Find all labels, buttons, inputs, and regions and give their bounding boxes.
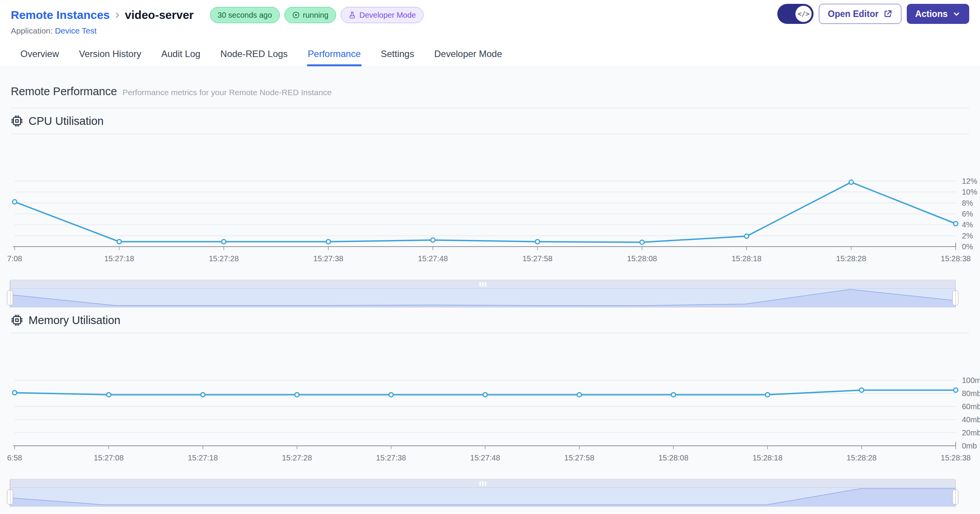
svg-text:40mb: 40mb — [962, 415, 980, 424]
memory-section-label: Memory Utilisation — [29, 314, 121, 327]
svg-text:0%: 0% — [962, 242, 973, 251]
svg-text:80mb: 80mb — [962, 389, 980, 398]
svg-text:15:28:28: 15:28:28 — [836, 254, 866, 263]
divider — [11, 333, 969, 333]
panel-heading: Remote Performance Performance metrics f… — [11, 67, 969, 98]
svg-text:15:27:48: 15:27:48 — [418, 254, 448, 263]
running-label: running — [303, 11, 329, 20]
tab-node-red-logs[interactable]: Node-RED Logs — [220, 45, 289, 66]
tab-settings[interactable]: Settings — [380, 45, 415, 66]
svg-text:7:08: 7:08 — [7, 254, 22, 263]
header-actions: </> Open Editor Actions — [777, 4, 969, 24]
svg-text:15:27:58: 15:27:58 — [523, 254, 553, 263]
svg-text:15:28:08: 15:28:08 — [658, 454, 688, 462]
svg-text:15:27:18: 15:27:18 — [104, 254, 134, 263]
memory-section-title: Memory Utilisation — [11, 314, 969, 327]
breadcrumb-remote-instances[interactable]: Remote Instances — [11, 8, 110, 22]
svg-text:6%: 6% — [962, 210, 973, 218]
memory-slider-right-handle[interactable] — [952, 489, 958, 505]
application-label: Application: — [11, 26, 53, 35]
divider — [11, 108, 969, 108]
drag-grip-icon — [479, 282, 486, 287]
flask-icon — [348, 11, 356, 19]
memory-slider-minichart — [10, 488, 955, 506]
breadcrumb-separator: › — [115, 8, 119, 22]
open-editor-label: Open Editor — [828, 9, 879, 19]
svg-text:20mb: 20mb — [962, 428, 980, 437]
play-circle-icon — [292, 11, 300, 19]
svg-text:15:27:38: 15:27:38 — [376, 454, 406, 462]
page-title: Remote Performance — [11, 85, 117, 98]
last-seen-badge: 30 seconds ago — [210, 7, 280, 23]
cpu-section-label: CPU Utilisation — [29, 115, 104, 128]
svg-text:15:27:18: 15:27:18 — [188, 454, 218, 462]
svg-text:0mb: 0mb — [962, 442, 977, 450]
application-link[interactable]: Device Test — [55, 26, 96, 35]
actions-label: Actions — [915, 9, 948, 19]
svg-text:15:27:58: 15:27:58 — [564, 454, 594, 462]
svg-text:15:28:08: 15:28:08 — [627, 254, 657, 263]
tab-overview[interactable]: Overview — [20, 45, 60, 66]
tab-bar: Overview Version History Audit Log Node-… — [0, 45, 980, 66]
actions-button[interactable]: Actions — [907, 4, 969, 24]
open-editor-button[interactable]: Open Editor — [819, 4, 901, 24]
svg-text:15:28:18: 15:28:18 — [753, 454, 783, 462]
last-seen-label: 30 seconds ago — [218, 11, 272, 20]
breadcrumb-current-instance: video-server — [125, 8, 193, 22]
status-badges: 30 seconds ago running Developer Mode — [210, 7, 424, 23]
svg-text:15:28:38: 15:28:38 — [941, 454, 971, 462]
tab-performance[interactable]: Performance — [307, 45, 361, 66]
tab-developer-mode[interactable]: Developer Mode — [434, 45, 503, 66]
svg-text:15:28:28: 15:28:28 — [847, 454, 877, 462]
external-link-icon — [883, 9, 893, 18]
memory-chart: 6:5815:27:0815:27:1815:27:2815:27:3815:2… — [0, 335, 980, 470]
memory-slider-track[interactable] — [10, 488, 955, 506]
svg-text:100mb: 100mb — [962, 376, 980, 385]
cpu-chip-icon — [11, 314, 23, 326]
cpu-range-slider[interactable] — [10, 280, 956, 307]
svg-text:15:27:38: 15:27:38 — [313, 254, 343, 263]
svg-text:15:28:18: 15:28:18 — [731, 254, 761, 263]
svg-text:2%: 2% — [962, 232, 973, 240]
svg-text:12%: 12% — [962, 177, 977, 185]
cpu-chip-icon — [11, 115, 23, 127]
svg-text:15:28:38: 15:28:38 — [941, 254, 971, 263]
drag-grip-icon — [479, 481, 486, 486]
memory-slider-movebar[interactable] — [10, 479, 955, 488]
page-subtitle: Performance metrics for your Remote Node… — [123, 88, 332, 97]
svg-text:15:27:28: 15:27:28 — [209, 254, 239, 263]
svg-text:60mb: 60mb — [962, 402, 980, 411]
svg-text:4%: 4% — [962, 220, 973, 229]
chevron-down-icon — [952, 10, 961, 18]
tab-version-history[interactable]: Version History — [78, 45, 142, 66]
tab-audit-log[interactable]: Audit Log — [160, 45, 201, 66]
svg-text:15:27:08: 15:27:08 — [94, 454, 124, 462]
svg-text:15:27:48: 15:27:48 — [470, 454, 500, 462]
cpu-slider-track[interactable] — [10, 289, 955, 307]
cpu-section-title: CPU Utilisation — [11, 114, 969, 128]
cpu-slider-minichart — [10, 289, 955, 307]
cpu-slider-movebar[interactable] — [10, 280, 955, 289]
memory-range-slider[interactable] — [10, 479, 956, 507]
editor-toggle[interactable]: </> — [777, 4, 814, 24]
cpu-chart: 7:0815:27:1815:27:2815:27:3815:27:4815:2… — [0, 136, 980, 270]
cpu-slider-right-handle[interactable] — [952, 290, 958, 306]
memory-slider-left-handle[interactable] — [7, 489, 13, 505]
code-toggle-icon: </> — [795, 6, 812, 22]
divider — [11, 134, 969, 134]
application-row: Application: Device Test — [11, 26, 969, 37]
developer-mode-label: Developer Mode — [359, 11, 416, 20]
svg-text:10%: 10% — [962, 188, 977, 196]
cpu-slider-left-handle[interactable] — [7, 290, 13, 306]
running-status-badge: running — [284, 7, 336, 23]
svg-text:15:27:28: 15:27:28 — [282, 454, 312, 462]
page-header: Remote Instances › video-server 30 secon… — [0, 0, 980, 37]
svg-text:8%: 8% — [962, 199, 973, 207]
developer-mode-badge: Developer Mode — [341, 7, 424, 23]
svg-text:6:58: 6:58 — [7, 454, 22, 462]
performance-panel: Remote Performance Performance metrics f… — [0, 66, 980, 514]
